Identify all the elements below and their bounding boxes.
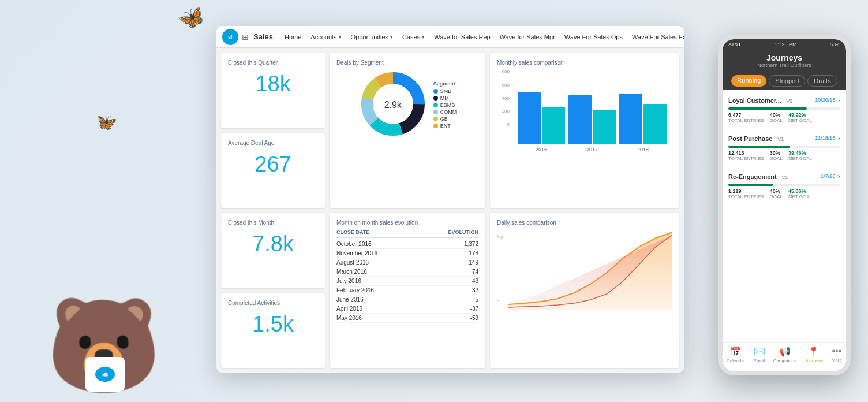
bar-group-2017 [568, 95, 616, 144]
journey-stat-met-1: 49.92% [788, 112, 812, 118]
journey-progress-fill-1 [728, 107, 807, 110]
journey-stat-entries-3: 1,219 [728, 188, 764, 194]
journey-stat-label-met-2: MET GOAL [788, 156, 812, 161]
journey-progress-bar-1 [728, 107, 840, 110]
nav-item-wave-rep[interactable]: Wave for Sales Rep [429, 26, 495, 48]
journey-progress-fill-2 [728, 146, 790, 148]
chevron-down-icon: ▾ [390, 34, 393, 40]
col-close-date: CLOSE DATE [336, 229, 369, 235]
campaigns-icon: 📢 [779, 346, 791, 357]
phone-nav-email[interactable]: ✉️ Email [754, 346, 765, 367]
journey-progress-bar-2 [728, 146, 840, 148]
email-icon: ✉️ [754, 346, 765, 357]
nav-item-accounts[interactable]: Accounts ▾ [306, 26, 346, 48]
table-row: May 2016 -59 [336, 314, 478, 323]
journey-stat-entries-1: 6,477 [728, 112, 764, 118]
donut-legend: Segment SMB MM ESMB COM [433, 81, 457, 130]
journey-date-1: 10/20/15 [815, 97, 835, 103]
phone-carrier: AT&T [728, 42, 741, 47]
y-axis-0: 0 [497, 299, 499, 304]
journey-item-1[interactable]: Loyal Customer... V2 10/20/15 › 6,477 TO… [723, 90, 846, 128]
journey-date-2: 11/18/15 [815, 135, 835, 141]
deals-by-segment-title: Deals by Segment [336, 59, 478, 66]
daily-sales-title: Daily sales comparison [497, 219, 672, 226]
monthly-sales-card: Monthly sales comparison 800 600 400 200… [490, 53, 679, 208]
legend-item-esmb: ESMB [433, 102, 457, 108]
legend-item-gb: GB [433, 116, 457, 122]
grid-icon: ⊞ [242, 32, 249, 42]
month-on-month-title: Month on month sales evolution [336, 219, 478, 226]
phone-battery: 53% [830, 42, 840, 47]
phone-nav-calendar[interactable]: 📅 Calendar [727, 346, 745, 367]
journey-name-3: Re-Engagement [728, 173, 777, 180]
dashboard: Closed this Quarter 18k Average Deal Age… [216, 48, 684, 373]
journey-name-2: Post Purchase [728, 135, 772, 142]
nav-item-wave-mgr[interactable]: Wave for Sales Mgr [495, 26, 560, 48]
journey-stats-3: 1,219 TOTAL ENTRIES 40% GOAL 45.86% MET … [728, 188, 840, 199]
tab-stopped[interactable]: Stopped [769, 75, 805, 87]
legend-dot-mm [433, 96, 438, 100]
journey-version-2: V1 [777, 136, 784, 142]
tab-running[interactable]: Running [731, 75, 766, 87]
nav-item-wave-exec[interactable]: Wave For Sales Exec [627, 26, 684, 48]
table-row: July 2016 43 [336, 277, 478, 286]
journey-item-3[interactable]: Re-Engagement V1 1/7/16 › 1,219 TOTAL EN… [723, 166, 846, 204]
journey-header-2: Post Purchase V1 11/18/15 › [728, 133, 840, 143]
average-deal-age-title: Average Deal Age [228, 140, 318, 146]
journey-stat-goal-2: 30% [770, 150, 783, 156]
journey-date-3: 1/7/16 [821, 173, 835, 179]
phone-nav-journeys[interactable]: 📍 Journeys [805, 346, 823, 367]
phone-nav-campaigns[interactable]: 📢 Campaigns [773, 346, 796, 367]
journey-stat-goal-1: 40% [770, 112, 783, 118]
journey-stat-label-entries-3: TOTAL ENTRIES [728, 194, 764, 199]
nav-item-home[interactable]: Home [280, 26, 306, 48]
closed-quarter-card: Closed this Quarter 18k [221, 53, 325, 128]
legend-item-comm: COMM [433, 109, 457, 115]
average-deal-age-value: 267 [228, 152, 318, 177]
nav-item-wave-ops[interactable]: Wave For Sales Ops [560, 26, 627, 48]
journey-stat-met-3: 45.86% [788, 188, 812, 194]
closed-month-card: Closed this Month 7.8k [221, 213, 325, 288]
bar-group-2018 [619, 94, 667, 144]
bar-2016-a [518, 92, 541, 144]
deals-by-segment-card: Deals by Segment [330, 53, 485, 208]
phone-app-subtitle: Northern Trail Outfitters [728, 62, 840, 68]
journey-stat-label-met-3: MET GOAL [788, 194, 812, 199]
phone-tabs: Running Stopped Drafts [723, 72, 846, 90]
salesforce-logo: sf [222, 29, 238, 45]
journey-progress-fill-3 [728, 184, 773, 186]
phone-app-header: Journeys Northern Trail Outfitters [723, 50, 846, 72]
bar-2017-a [568, 95, 592, 144]
journey-stat-label-entries-1: TOTAL ENTRIES [728, 118, 764, 123]
journey-stats-2: 12,413 TOTAL ENTRIES 30% GOAL 39.46% MET… [728, 150, 840, 161]
bar-label-2018: 2018 [619, 147, 667, 152]
phone-status-bar: AT&T 11:20 PM 53% [723, 39, 846, 50]
chevron-down-icon: ▾ [339, 34, 342, 40]
nav-item-opportunities[interactable]: Opportunities ▾ [346, 26, 398, 48]
nav-item-cases[interactable]: Cases ▾ [398, 26, 429, 48]
completed-activities-value: 1.5k [228, 312, 318, 337]
phone-nav-more[interactable]: ••• More [832, 346, 842, 367]
chevron-right-icon: › [837, 95, 840, 105]
journey-item-2[interactable]: Post Purchase V1 11/18/15 › 12,413 TOTAL… [723, 128, 846, 166]
table-header: CLOSE DATE EVOLUTION [336, 229, 478, 238]
journey-name-1: Loyal Customer... [728, 97, 781, 104]
journey-header-3: Re-Engagement V1 1/7/16 › [728, 171, 840, 181]
phone-bottom-nav: 📅 Calendar ✉️ Email 📢 Campaigns 📍 Journe… [723, 342, 846, 371]
journey-stats-1: 6,477 TOTAL ENTRIES 40% GOAL 49.92% MET … [728, 112, 840, 123]
journey-header-1: Loyal Customer... V2 10/20/15 › [728, 95, 840, 105]
area-chart-svg [508, 229, 672, 310]
journey-stat-label-goal-2: GOAL [770, 156, 783, 161]
closed-quarter-value: 18k [228, 72, 318, 96]
journey-stat-label-goal-3: GOAL [770, 194, 783, 199]
donut-chart: 2.9k [358, 69, 428, 141]
nav-bar: sf ⊞ Sales Home Accounts ▾ Opportunities… [216, 26, 684, 48]
table-row: October 2016 1,372 [336, 240, 478, 249]
calendar-icon: 📅 [730, 346, 742, 357]
more-icon: ••• [832, 346, 841, 356]
journey-progress-bar-3 [728, 184, 840, 186]
journey-stat-met-2: 39.46% [788, 150, 812, 156]
phone-time: 11:20 PM [775, 42, 797, 47]
legend-item-mm: MM [433, 95, 457, 101]
tab-drafts[interactable]: Drafts [807, 75, 837, 87]
